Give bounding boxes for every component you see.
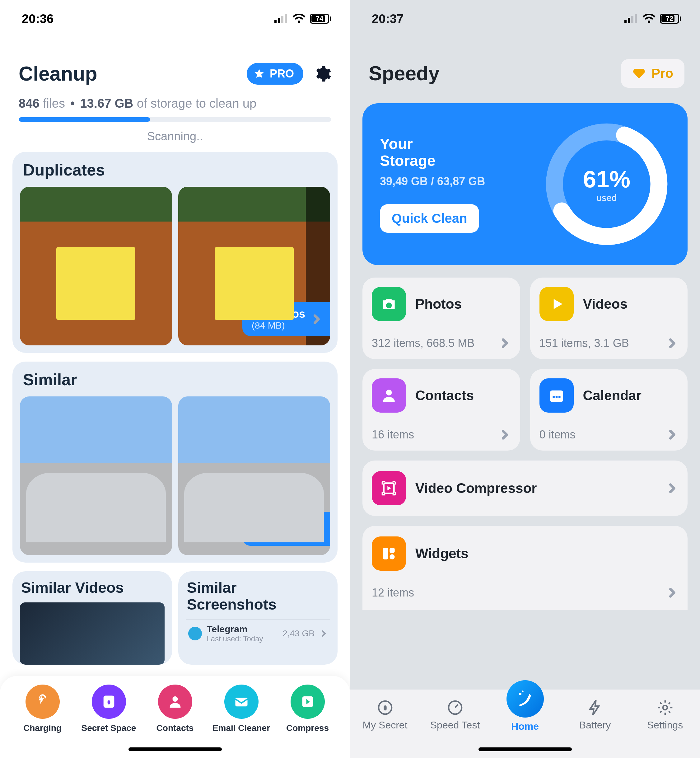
tab-my-secret[interactable]: My Secret	[356, 699, 415, 731]
duplicates-title: Duplicates	[20, 161, 330, 187]
toolbar-charging[interactable]: Charging	[9, 685, 76, 758]
bolt-icon	[586, 699, 604, 716]
svg-rect-12	[631, 16, 633, 23]
status-icons: 72	[624, 14, 681, 23]
scan-progress-bar	[19, 117, 331, 122]
storage-card: Your Storage 39,49 GB / 63,87 GB Quick C…	[362, 103, 688, 265]
scan-progress-fill	[19, 117, 150, 122]
storage-summary: 846 files • 13.67 GB of storage to clean…	[0, 85, 350, 111]
similar-videos-title: Similar Videos	[20, 580, 164, 596]
storage-title: Your Storage	[380, 136, 485, 169]
chevron-right-icon	[310, 523, 323, 535]
home-icon	[506, 680, 544, 717]
page-title: Speedy	[369, 62, 440, 85]
chevron-right-icon	[498, 337, 511, 349]
video-compressor-tile[interactable]: Video Compressor	[362, 461, 688, 516]
svg-rect-2	[281, 16, 283, 23]
diamond-icon	[632, 67, 646, 80]
vault-icon	[92, 685, 126, 719]
svg-rect-25	[389, 548, 394, 553]
similar-thumbnail[interactable]	[20, 396, 172, 555]
gear-icon	[312, 64, 331, 83]
status-time: 20:36	[22, 12, 53, 26]
wifi-icon	[292, 14, 306, 23]
play-icon	[539, 287, 574, 321]
videos-tile[interactable]: Videos 151 items, 3.1 GB	[530, 278, 688, 359]
similar-screenshots-card[interactable]: Similar Screenshots Telegram Last used: …	[178, 571, 338, 665]
svg-rect-11	[628, 18, 630, 23]
screenshot-row[interactable]: Telegram Last used: Today 2,43 GB	[186, 619, 330, 647]
tab-home[interactable]: Home	[495, 699, 555, 732]
similar-thumbnail[interactable]: 66 Photos (145.2 MB)	[178, 396, 330, 555]
tab-battery[interactable]: Battery	[566, 699, 625, 731]
duplicates-badge[interactable]: 24 Photos (84 MB)	[242, 302, 330, 336]
home-indicator[interactable]	[128, 747, 222, 751]
contacts-tile[interactable]: Contacts 16 items	[362, 369, 520, 450]
chevron-right-icon	[498, 428, 511, 441]
similar-card[interactable]: Similar 66 Photos (145.2 MB)	[12, 361, 338, 563]
person-icon	[372, 378, 406, 413]
status-bar: 20:36 74	[0, 0, 350, 38]
similar-badge[interactable]: 66 Photos (145.2 MB)	[242, 512, 330, 546]
pro-button[interactable]: Pro	[621, 59, 684, 88]
calendar-tile[interactable]: Calendar 0 items	[530, 369, 688, 450]
compress-icon	[291, 685, 325, 719]
svg-rect-8	[235, 698, 247, 706]
speedy-screen: 20:37 72 Speedy Pro Your Storage	[350, 0, 700, 758]
svg-point-31	[522, 691, 523, 692]
pro-button[interactable]: PRO	[247, 63, 303, 84]
scanning-label: Scanning..	[19, 122, 331, 143]
charging-icon	[25, 685, 60, 719]
svg-rect-10	[624, 20, 627, 23]
compressor-icon	[372, 471, 406, 505]
duplicates-card[interactable]: Duplicates 24 Photos (84 MB)	[12, 152, 338, 353]
svg-rect-0	[274, 20, 277, 23]
telegram-icon	[188, 627, 202, 640]
storage-ring-chart: 61% used	[541, 119, 672, 250]
svg-point-30	[519, 692, 522, 695]
svg-point-26	[389, 554, 394, 559]
pro-label: Pro	[652, 66, 673, 81]
home-indicator[interactable]	[478, 747, 572, 751]
tab-speed-test[interactable]: Speed Test	[426, 699, 485, 731]
cellular-icon	[274, 14, 288, 23]
svg-point-20	[553, 396, 555, 398]
person-icon	[158, 685, 192, 719]
chevron-right-icon	[666, 482, 678, 494]
toolbar-contacts[interactable]: Contacts	[142, 685, 208, 758]
widgets-stat: 12 items	[372, 586, 414, 599]
cellular-icon	[624, 14, 638, 23]
battery-icon: 72	[660, 14, 681, 23]
tab-settings[interactable]: Settings	[636, 699, 695, 731]
toolbar-compress[interactable]: Compress	[274, 685, 341, 758]
storage-percent: 61%	[583, 166, 630, 192]
chevron-right-icon	[310, 313, 323, 325]
status-time: 20:37	[372, 12, 403, 26]
mail-icon	[224, 685, 259, 719]
lock-icon	[377, 699, 394, 716]
settings-button[interactable]	[312, 64, 331, 83]
battery-icon: 74	[310, 14, 331, 23]
page-title: Cleanup	[19, 62, 97, 85]
toolbar-email-cleaner[interactable]: Email Cleaner	[208, 685, 274, 758]
status-icons: 74	[274, 14, 331, 23]
duplicate-thumbnail[interactable]: 24 Photos (84 MB)	[178, 187, 330, 345]
svg-rect-13	[635, 14, 637, 23]
svg-rect-6	[107, 700, 110, 705]
chevron-right-icon	[666, 428, 678, 441]
svg-point-32	[663, 705, 667, 710]
widgets-tile[interactable]: Widgets 12 items	[362, 526, 688, 610]
svg-rect-3	[285, 14, 287, 23]
quick-clean-button[interactable]: Quick Clean	[380, 204, 479, 233]
camera-icon	[372, 287, 406, 321]
wifi-icon	[642, 14, 656, 23]
chevron-right-icon	[320, 630, 328, 638]
duplicate-thumbnail[interactable]	[20, 187, 172, 345]
svg-rect-24	[383, 548, 388, 559]
photos-tile[interactable]: Photos 312 items, 668.5 MB	[362, 278, 520, 359]
chevron-right-icon	[666, 337, 678, 349]
gear-icon	[656, 699, 674, 716]
toolbar-secret-space[interactable]: Secret Space	[76, 685, 142, 758]
similar-videos-card[interactable]: Similar Videos	[12, 571, 172, 665]
svg-point-21	[555, 396, 558, 398]
